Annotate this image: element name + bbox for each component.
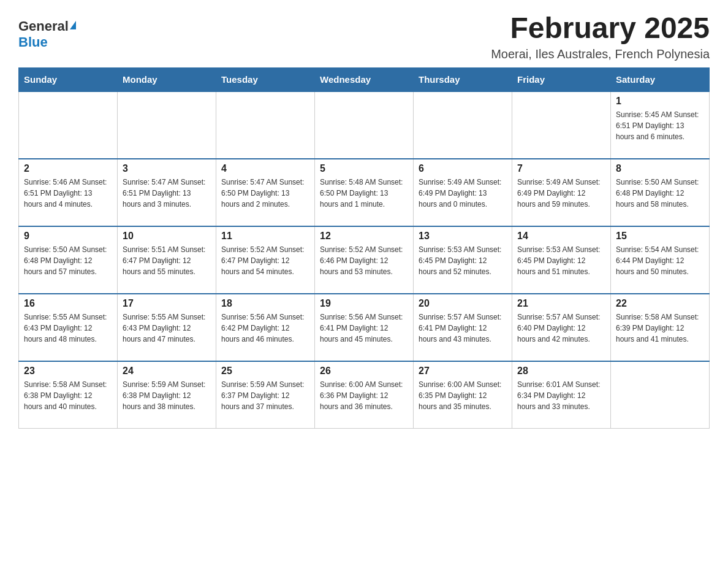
logo-general: General — [18, 18, 69, 34]
day-info: Sunrise: 5:59 AM Sunset: 6:38 PM Dayligh… — [123, 379, 211, 412]
calendar-cell: 28Sunrise: 6:01 AM Sunset: 6:34 PM Dayli… — [512, 361, 611, 429]
calendar-week-row-4: 16Sunrise: 5:55 AM Sunset: 6:43 PM Dayli… — [19, 294, 710, 361]
calendar-cell — [315, 91, 414, 159]
day-info: Sunrise: 5:45 AM Sunset: 6:51 PM Dayligh… — [616, 109, 704, 142]
calendar-cell — [19, 91, 118, 159]
day-number: 24 — [123, 366, 211, 377]
calendar-cell: 24Sunrise: 5:59 AM Sunset: 6:38 PM Dayli… — [118, 361, 216, 429]
day-number: 6 — [419, 163, 507, 174]
day-number: 5 — [320, 163, 408, 174]
day-number: 20 — [419, 298, 507, 309]
calendar-cell: 1Sunrise: 5:45 AM Sunset: 6:51 PM Daylig… — [611, 91, 710, 159]
calendar-week-row-1: 1Sunrise: 5:45 AM Sunset: 6:51 PM Daylig… — [19, 91, 710, 159]
day-info: Sunrise: 5:57 AM Sunset: 6:41 PM Dayligh… — [419, 312, 507, 345]
calendar-cell: 16Sunrise: 5:55 AM Sunset: 6:43 PM Dayli… — [19, 294, 118, 361]
day-number: 14 — [517, 231, 605, 242]
day-info: Sunrise: 5:48 AM Sunset: 6:50 PM Dayligh… — [320, 177, 408, 210]
calendar-header-saturday: Saturday — [611, 67, 710, 91]
calendar-cell: 5Sunrise: 5:48 AM Sunset: 6:50 PM Daylig… — [315, 159, 414, 226]
title-area: February 2025 Moerai, Iles Australes, Fr… — [491, 12, 710, 61]
logo-triangle-icon — [70, 21, 76, 29]
calendar-table: SundayMondayTuesdayWednesdayThursdayFrid… — [18, 67, 710, 429]
calendar-cell: 23Sunrise: 5:58 AM Sunset: 6:38 PM Dayli… — [19, 361, 118, 429]
day-number: 23 — [24, 366, 112, 377]
calendar-header-tuesday: Tuesday — [216, 67, 315, 91]
calendar-cell: 27Sunrise: 6:00 AM Sunset: 6:35 PM Dayli… — [414, 361, 512, 429]
calendar-header-row: SundayMondayTuesdayWednesdayThursdayFrid… — [19, 67, 710, 91]
calendar-cell: 9Sunrise: 5:50 AM Sunset: 6:48 PM Daylig… — [19, 226, 118, 294]
calendar-cell: 20Sunrise: 5:57 AM Sunset: 6:41 PM Dayli… — [414, 294, 512, 361]
day-info: Sunrise: 5:55 AM Sunset: 6:43 PM Dayligh… — [24, 312, 112, 345]
day-info: Sunrise: 5:52 AM Sunset: 6:46 PM Dayligh… — [320, 244, 408, 277]
day-number: 17 — [123, 298, 211, 309]
day-info: Sunrise: 5:58 AM Sunset: 6:39 PM Dayligh… — [616, 312, 704, 345]
location-title: Moerai, Iles Australes, French Polynesia — [491, 47, 710, 61]
calendar-cell: 2Sunrise: 5:46 AM Sunset: 6:51 PM Daylig… — [19, 159, 118, 226]
calendar-cell — [414, 91, 512, 159]
day-info: Sunrise: 5:51 AM Sunset: 6:47 PM Dayligh… — [123, 244, 211, 277]
day-info: Sunrise: 5:50 AM Sunset: 6:48 PM Dayligh… — [24, 244, 112, 277]
day-number: 16 — [24, 298, 112, 309]
day-info: Sunrise: 5:56 AM Sunset: 6:41 PM Dayligh… — [320, 312, 408, 345]
day-number: 8 — [616, 163, 704, 174]
day-number: 18 — [221, 298, 309, 309]
day-info: Sunrise: 5:50 AM Sunset: 6:48 PM Dayligh… — [616, 177, 704, 210]
calendar-cell — [611, 361, 710, 429]
day-number: 11 — [221, 231, 309, 242]
day-number: 12 — [320, 231, 408, 242]
calendar-cell: 21Sunrise: 5:57 AM Sunset: 6:40 PM Dayli… — [512, 294, 611, 361]
day-info: Sunrise: 5:58 AM Sunset: 6:38 PM Dayligh… — [24, 379, 112, 412]
calendar-cell: 7Sunrise: 5:49 AM Sunset: 6:49 PM Daylig… — [512, 159, 611, 226]
calendar-cell: 14Sunrise: 5:53 AM Sunset: 6:45 PM Dayli… — [512, 226, 611, 294]
day-number: 13 — [419, 231, 507, 242]
calendar-cell: 19Sunrise: 5:56 AM Sunset: 6:41 PM Dayli… — [315, 294, 414, 361]
day-info: Sunrise: 5:53 AM Sunset: 6:45 PM Dayligh… — [419, 244, 507, 277]
day-number: 2 — [24, 163, 112, 174]
day-info: Sunrise: 5:59 AM Sunset: 6:37 PM Dayligh… — [221, 379, 309, 412]
day-info: Sunrise: 6:01 AM Sunset: 6:34 PM Dayligh… — [517, 379, 605, 412]
calendar-cell: 26Sunrise: 6:00 AM Sunset: 6:36 PM Dayli… — [315, 361, 414, 429]
day-number: 28 — [517, 366, 605, 377]
calendar-header-friday: Friday — [512, 67, 611, 91]
calendar-cell: 17Sunrise: 5:55 AM Sunset: 6:43 PM Dayli… — [118, 294, 216, 361]
day-info: Sunrise: 5:55 AM Sunset: 6:43 PM Dayligh… — [123, 312, 211, 345]
calendar-cell: 25Sunrise: 5:59 AM Sunset: 6:37 PM Dayli… — [216, 361, 315, 429]
day-number: 27 — [419, 366, 507, 377]
calendar-cell — [216, 91, 315, 159]
day-number: 26 — [320, 366, 408, 377]
calendar-cell — [512, 91, 611, 159]
day-info: Sunrise: 5:47 AM Sunset: 6:50 PM Dayligh… — [221, 177, 309, 210]
calendar-cell: 11Sunrise: 5:52 AM Sunset: 6:47 PM Dayli… — [216, 226, 315, 294]
calendar-cell: 10Sunrise: 5:51 AM Sunset: 6:47 PM Dayli… — [118, 226, 216, 294]
day-info: Sunrise: 5:53 AM Sunset: 6:45 PM Dayligh… — [517, 244, 605, 277]
calendar-cell: 13Sunrise: 5:53 AM Sunset: 6:45 PM Dayli… — [414, 226, 512, 294]
day-number: 15 — [616, 231, 704, 242]
day-number: 21 — [517, 298, 605, 309]
day-info: Sunrise: 5:46 AM Sunset: 6:51 PM Dayligh… — [24, 177, 112, 210]
day-info: Sunrise: 6:00 AM Sunset: 6:35 PM Dayligh… — [419, 379, 507, 412]
calendar-cell — [118, 91, 216, 159]
calendar-week-row-5: 23Sunrise: 5:58 AM Sunset: 6:38 PM Dayli… — [19, 361, 710, 429]
calendar-cell: 18Sunrise: 5:56 AM Sunset: 6:42 PM Dayli… — [216, 294, 315, 361]
day-info: Sunrise: 5:57 AM Sunset: 6:40 PM Dayligh… — [517, 312, 605, 345]
day-info: Sunrise: 5:56 AM Sunset: 6:42 PM Dayligh… — [221, 312, 309, 345]
calendar-cell: 6Sunrise: 5:49 AM Sunset: 6:49 PM Daylig… — [414, 159, 512, 226]
day-number: 19 — [320, 298, 408, 309]
day-number: 9 — [24, 231, 112, 242]
logo-blue: Blue — [18, 34, 48, 50]
day-number: 1 — [616, 96, 704, 107]
page-header: General Blue February 2025 Moerai, Iles … — [18, 12, 710, 61]
month-title: February 2025 — [491, 12, 710, 45]
logo: General Blue — [18, 12, 76, 50]
calendar-cell: 12Sunrise: 5:52 AM Sunset: 6:46 PM Dayli… — [315, 226, 414, 294]
calendar-header-thursday: Thursday — [414, 67, 512, 91]
calendar-cell: 8Sunrise: 5:50 AM Sunset: 6:48 PM Daylig… — [611, 159, 710, 226]
day-info: Sunrise: 5:49 AM Sunset: 6:49 PM Dayligh… — [517, 177, 605, 210]
calendar-header-monday: Monday — [118, 67, 216, 91]
calendar-cell: 3Sunrise: 5:47 AM Sunset: 6:51 PM Daylig… — [118, 159, 216, 226]
day-info: Sunrise: 5:49 AM Sunset: 6:49 PM Dayligh… — [419, 177, 507, 210]
day-number: 10 — [123, 231, 211, 242]
calendar-cell: 22Sunrise: 5:58 AM Sunset: 6:39 PM Dayli… — [611, 294, 710, 361]
calendar-week-row-3: 9Sunrise: 5:50 AM Sunset: 6:48 PM Daylig… — [19, 226, 710, 294]
day-number: 4 — [221, 163, 309, 174]
